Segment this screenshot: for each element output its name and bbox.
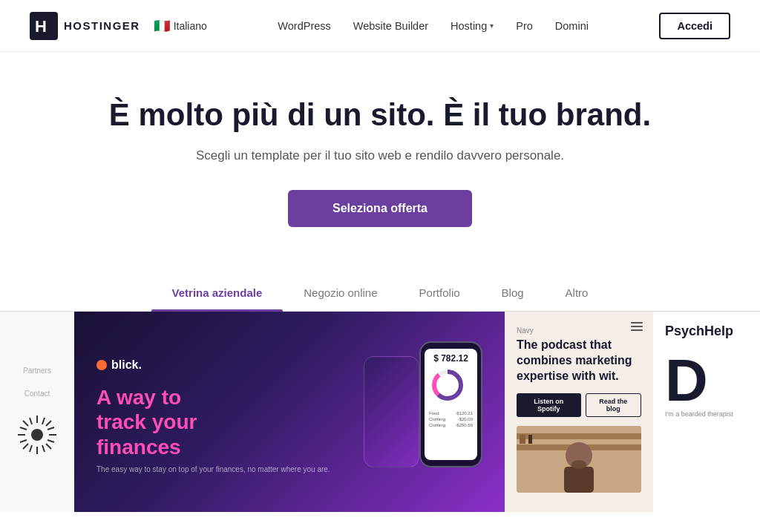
- tab-negozio[interactable]: Negozio online: [283, 279, 398, 311]
- phone-mockup: $ 782.12 Food-$120.21 Clothing-$20.00 Cl…: [364, 334, 482, 497]
- right-card-letter: D: [665, 351, 748, 410]
- right-card-title: PsychHelp: [665, 324, 748, 339]
- blick-brand-name: blick.: [111, 358, 142, 372]
- svg-line-16: [20, 440, 27, 442]
- accedi-button[interactable]: Accedi: [659, 13, 730, 39]
- hero-section: È molto più di un sito. È il tuo brand. …: [0, 52, 760, 257]
- hero-title: È molto più di un sito. È il tuo brand.: [15, 96, 745, 134]
- phone-back: [364, 356, 419, 467]
- nav-left: H HOSTINGER 🇮🇹 Italiano: [30, 12, 207, 40]
- svg-line-15: [48, 427, 54, 430]
- svg-line-12: [48, 440, 54, 442]
- tab-blog[interactable]: Blog: [481, 279, 545, 311]
- hostinger-logo-icon: H: [30, 12, 58, 40]
- svg-rect-27: [528, 435, 532, 444]
- svg-rect-26: [520, 435, 525, 444]
- card-partial-right: PsychHelp D I'm a bearded therapist: [653, 312, 760, 512]
- podcast-image: [517, 426, 641, 493]
- language-selector[interactable]: 🇮🇹 Italiano: [154, 18, 207, 34]
- logo[interactable]: H HOSTINGER: [30, 12, 140, 40]
- phone-outer: $ 782.12 Food-$120.21 Clothing-$20.00 Cl…: [419, 341, 482, 467]
- svg-line-8: [46, 444, 51, 449]
- hamburger-icon: [631, 322, 643, 331]
- card-blick[interactable]: blick. A way to track your finances The …: [74, 312, 505, 512]
- svg-point-30: [571, 460, 586, 469]
- phone-items: Food-$120.21 Clothing-$20.00 Clothing-$2…: [429, 411, 473, 427]
- person-image: [517, 426, 641, 493]
- tab-altro[interactable]: Altro: [545, 279, 609, 311]
- sunflower-icon: [15, 413, 59, 457]
- nav-right: Accedi: [659, 13, 730, 39]
- svg-line-14: [42, 445, 45, 452]
- right-card-sub: I'm a bearded therapist: [665, 410, 748, 418]
- nav-links: WordPress Website Builder Hosting ▾ Pro …: [269, 16, 597, 36]
- blick-subtext: The easy way to stay on top of your fina…: [96, 465, 364, 473]
- blick-dot-icon: [96, 360, 107, 370]
- left-card-partners: Partners: [23, 367, 51, 375]
- blog-button[interactable]: Read the blog: [586, 393, 641, 417]
- template-cards: Partners Contact: [0, 312, 760, 512]
- navbar: H HOSTINGER 🇮🇹 Italiano WordPress Websit…: [0, 0, 760, 52]
- card-partial-left: Partners Contact: [0, 312, 74, 512]
- nav-hosting[interactable]: Hosting ▾: [442, 16, 502, 36]
- podcast-buttons: Listen on Spotify Read the blog: [517, 393, 641, 417]
- svg-line-11: [20, 427, 27, 430]
- tab-vetrina[interactable]: Vetrina aziendale: [151, 279, 284, 311]
- svg-rect-29: [564, 467, 594, 493]
- nav-domini[interactable]: Domini: [546, 16, 597, 36]
- nav-wordpress[interactable]: WordPress: [269, 16, 339, 36]
- hero-subtitle: Scegli un template per il tuo sito web e…: [15, 148, 745, 163]
- phone-screen: $ 782.12 Food-$120.21 Clothing-$20.00 Cl…: [425, 349, 477, 460]
- nav-website-builder[interactable]: Website Builder: [344, 16, 437, 36]
- language-label: Italiano: [174, 20, 207, 32]
- podcast-title: The podcast that combines marketing expe…: [517, 338, 641, 384]
- svg-line-13: [30, 418, 32, 424]
- hosting-chevron-icon: ▾: [490, 22, 494, 30]
- tab-portfolio[interactable]: Portfolio: [399, 279, 481, 311]
- svg-line-17: [42, 418, 45, 424]
- blick-logo: blick.: [96, 358, 364, 372]
- blick-headline: A way to track your finances: [96, 385, 364, 460]
- card-podcast[interactable]: Navy The podcast that combines marketing…: [505, 312, 653, 512]
- svg-line-10: [23, 444, 28, 449]
- svg-text:H: H: [35, 17, 47, 36]
- svg-point-2: [31, 429, 43, 441]
- flag-icon: 🇮🇹: [154, 18, 170, 34]
- logo-text: HOSTINGER: [64, 19, 140, 32]
- svg-rect-23: [517, 433, 641, 439]
- left-card-contact: Contact: [24, 390, 50, 398]
- donut-chart: [429, 367, 466, 404]
- podcast-nav-label: Navy: [517, 326, 641, 335]
- spotify-button[interactable]: Listen on Spotify: [517, 393, 581, 417]
- phone-amount: $ 782.12: [429, 353, 473, 364]
- template-tabs: Vetrina aziendale Negozio online Portfol…: [0, 257, 760, 312]
- blick-content: blick. A way to track your finances The …: [96, 358, 364, 474]
- svg-line-18: [30, 445, 32, 452]
- svg-line-9: [46, 421, 51, 426]
- nav-pro[interactable]: Pro: [507, 16, 542, 36]
- cta-button[interactable]: Seleziona offerta: [288, 190, 472, 227]
- svg-line-7: [23, 421, 28, 426]
